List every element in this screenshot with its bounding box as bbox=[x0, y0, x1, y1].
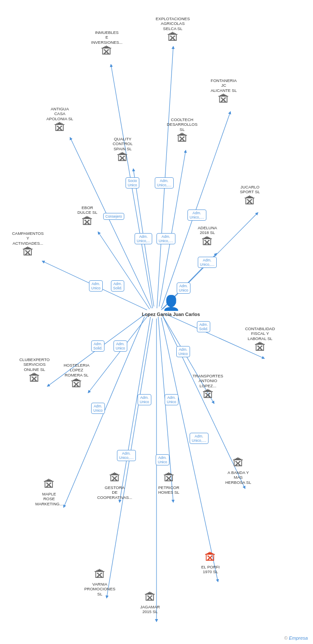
node-label: QUALITYCONTROLSPAIN SL bbox=[113, 137, 132, 151]
node-label: EBORDULCE SL bbox=[77, 205, 97, 215]
node-label: FONTANERIAJCALICANTE SL bbox=[211, 78, 237, 93]
building-icon: 🏚 bbox=[232, 457, 244, 469]
node-label: EXPLOTACIONESAGRICOLASSELCA SL bbox=[156, 16, 190, 31]
connection-lines bbox=[0, 0, 313, 644]
badge-adm-unico-15[interactable]: Adm.Unico bbox=[156, 454, 169, 465]
building-icon: 🏚 bbox=[43, 479, 55, 491]
building-icon: 🏚 bbox=[101, 46, 113, 58]
building-icon-red: 🏚 bbox=[204, 552, 216, 564]
badge-adm-solid-1[interactable]: Adm.Solid. bbox=[111, 280, 124, 292]
node-label: CAMPAMENTOSYACTIVIDADES... bbox=[12, 231, 44, 246]
badge-adm-solid-3[interactable]: Adm.Solid. bbox=[91, 340, 104, 352]
node-label: HOSTELERIALOPEZROMERA SL bbox=[64, 363, 89, 377]
watermark-brand: Empresa bbox=[289, 635, 308, 641]
building-icon: 🏚 bbox=[54, 122, 66, 134]
building-icon: 🏚 bbox=[28, 373, 40, 385]
person-icon: 👤 bbox=[162, 294, 180, 311]
building-icon: 🏚 bbox=[167, 32, 179, 44]
node-elporfi[interactable]: 🏚 EL PORFI1970 SL bbox=[201, 552, 220, 574]
building-icon: 🏚 bbox=[163, 472, 175, 484]
badge-adm-unico-3[interactable]: Adm.Unico,.... bbox=[156, 233, 175, 244]
node-label: GESTORADECOOPERATIVAS... bbox=[97, 485, 132, 500]
badge-adm-unico-13[interactable]: Adm.Unico,.... bbox=[190, 433, 209, 444]
svg-line-18 bbox=[161, 318, 218, 582]
building-icon: 🏚 bbox=[201, 236, 213, 248]
node-label: EL PORFI1970 SL bbox=[201, 565, 220, 574]
badge-adm-unico-11[interactable]: Adm.Unico bbox=[165, 394, 178, 405]
node-transportes[interactable]: TRANSPORTESANTONIOLOPEZ... 🏚 bbox=[193, 374, 223, 401]
node-label: ADELUNA2018 SL bbox=[198, 225, 217, 235]
badge-adm-unico-12[interactable]: Adm.Unico bbox=[91, 403, 105, 414]
node-ebor[interactable]: EBORDULCE SL 🏚 bbox=[77, 205, 97, 228]
node-abanda[interactable]: 🏚 A BANDA YMASHERBOSA SL bbox=[225, 457, 251, 485]
badge-adm-unico-5[interactable]: Adm.Unico,.... bbox=[198, 257, 217, 268]
node-jagamar[interactable]: 🏚 JAGAMAR2015 SL bbox=[140, 592, 160, 614]
node-hosteleria[interactable]: HOSTELERIALOPEZROMERA SL 🏚 bbox=[64, 363, 89, 390]
badge-adm-unico-9[interactable]: Adm.Unico bbox=[114, 340, 127, 352]
badge-consejero[interactable]: Consejero bbox=[103, 213, 124, 220]
node-quality[interactable]: QUALITYCONTROLSPAIN SL 🏚 bbox=[113, 137, 132, 164]
node-explotaciones[interactable]: EXPLOTACIONESAGRICOLASSELCA SL 🏚 bbox=[156, 16, 190, 44]
node-antigua[interactable]: ANTIGUACASAAPOLONIA SL 🏚 bbox=[46, 106, 73, 134]
svg-line-12 bbox=[88, 313, 150, 393]
badge-adm-unico-8[interactable]: Adm.Unico bbox=[176, 346, 190, 357]
watermark: © Empresa bbox=[284, 635, 308, 641]
badge-adm-unico-2[interactable]: Adm.Unico,... bbox=[135, 233, 152, 244]
building-icon: 🏚 bbox=[218, 94, 230, 106]
center-label: Lopez Garcia Juan Carlos bbox=[142, 311, 200, 317]
badge-adm-unico-10[interactable]: Adm.Unico bbox=[138, 394, 151, 405]
node-label: PETRICORHOMES SL bbox=[158, 485, 179, 495]
node-label: JAGAMAR2015 SL bbox=[140, 605, 160, 614]
node-label: TRANSPORTESANTONIOLOPEZ... bbox=[193, 374, 223, 388]
badge-adm-unico-1[interactable]: Adm.Unico,.... bbox=[155, 177, 174, 188]
node-label: COOLTECHDESARROLLOSSL bbox=[167, 117, 197, 132]
node-label: VARNIAPROMOCIONESSL bbox=[84, 582, 115, 596]
node-adeluna[interactable]: ADELUNA2018 SL 🏚 bbox=[198, 225, 217, 248]
node-varnia[interactable]: 🏚 VARNIAPROMOCIONESSL bbox=[84, 569, 115, 596]
node-petricor[interactable]: 🏚 PETRICORHOMES SL bbox=[158, 472, 179, 495]
node-campamentos[interactable]: CAMPAMENTOSYACTIVIDADES... 🏚 bbox=[12, 231, 44, 258]
node-contabilidad[interactable]: CONTABILIDADFISCAL YLABORAL SL 🏚 bbox=[245, 326, 275, 354]
node-label: A BANDA YMASHERBOSA SL bbox=[225, 470, 251, 485]
node-label: CONTABILIDADFISCAL YLABORAL SL bbox=[245, 326, 275, 341]
building-icon: 🏚 bbox=[144, 592, 156, 604]
node-clubexperto[interactable]: CLUBEXPERTOSERVICIOSONLINE SL 🏚 bbox=[19, 357, 49, 385]
node-jucarlo[interactable]: JUCARLOSPORT SL 🏚 bbox=[240, 185, 260, 207]
network-graph: 👤 Lopez Garcia Juan Carlos EXPLOTACIONES… bbox=[0, 0, 313, 644]
badge-adm-unico-4[interactable]: Adm.Unico,.... bbox=[187, 210, 206, 221]
node-label: INMUEBLESEINVERSIONES... bbox=[91, 30, 123, 45]
badge-adm-solid-2[interactable]: Adm.Solid. bbox=[197, 321, 210, 332]
node-label: ANTIGUACASAAPOLONIA SL bbox=[46, 106, 73, 121]
badge-adm-unico-14[interactable]: Adm.Unico,.... bbox=[117, 450, 136, 461]
node-maple[interactable]: 🏚 MAPLEROSEMARKETING... bbox=[35, 479, 63, 506]
building-icon: 🏚 bbox=[244, 195, 256, 207]
building-icon: 🏚 bbox=[94, 569, 106, 581]
center-node[interactable]: 👤 Lopez Garcia Juan Carlos bbox=[142, 294, 200, 317]
badge-adm-unico-6[interactable]: Adm.Unico bbox=[177, 283, 190, 294]
building-icon: 🏚 bbox=[176, 133, 188, 145]
node-inmuebles[interactable]: INMUEBLESEINVERSIONES... 🏚 bbox=[91, 30, 123, 58]
building-icon: 🏚 bbox=[202, 389, 214, 401]
building-icon: 🏚 bbox=[22, 246, 34, 258]
building-icon: 🏚 bbox=[254, 342, 266, 354]
badge-adm-unico-7[interactable]: Adm.Unico bbox=[89, 280, 103, 292]
building-icon: 🏚 bbox=[81, 216, 93, 228]
node-gestora[interactable]: 🏚 GESTORADECOOPERATIVAS... bbox=[97, 472, 132, 500]
node-fontaneria[interactable]: FONTANERIAJCALICANTE SL 🏚 bbox=[211, 78, 237, 106]
node-label: JUCARLOSPORT SL bbox=[240, 185, 260, 194]
building-icon: 🏚 bbox=[71, 378, 83, 390]
node-label: MAPLEROSEMARKETING... bbox=[35, 492, 63, 506]
building-icon: 🏚 bbox=[109, 472, 121, 484]
building-icon: 🏚 bbox=[117, 152, 129, 164]
node-cooltech[interactable]: COOLTECHDESARROLLOSSL 🏚 bbox=[167, 117, 197, 145]
badge-socio-unico[interactable]: SocioUnico bbox=[126, 177, 139, 188]
node-label: CLUBEXPERTOSERVICIOSONLINE SL bbox=[19, 357, 49, 372]
